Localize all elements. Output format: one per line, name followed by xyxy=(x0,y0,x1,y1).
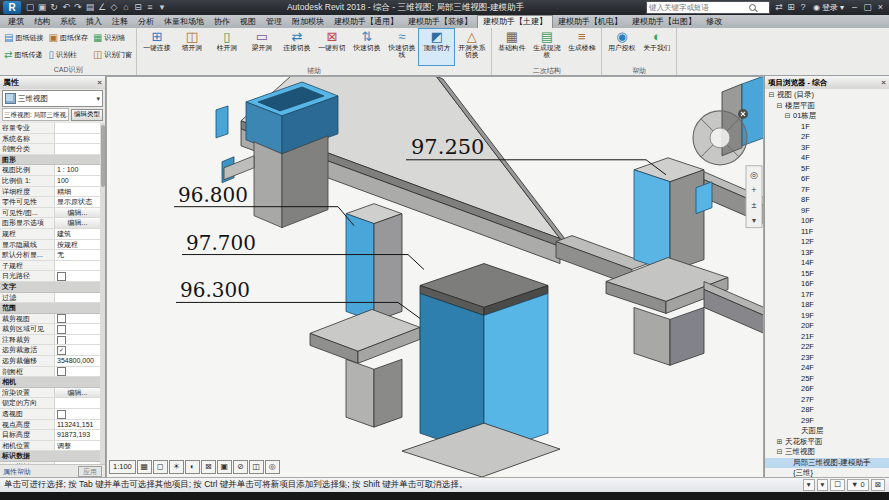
ribbon-tab[interactable]: 建模助手【土建】 xyxy=(477,15,553,28)
close-icon[interactable]: × xyxy=(881,78,886,87)
lock-3d-view-icon[interactable]: ⊘ xyxy=(233,460,248,474)
sun-path-icon[interactable]: ☀ xyxy=(169,460,184,474)
ribbon-tab[interactable]: 视图 xyxy=(235,15,261,28)
nav-more-icon[interactable]: ▾ xyxy=(752,216,756,225)
ribbon-button[interactable]: ≈快速切换线 xyxy=(384,29,419,65)
temporary-hide-isolate-icon[interactable]: ◫ xyxy=(249,460,264,474)
property-row[interactable]: 可见性/图...编辑... xyxy=(0,208,100,219)
editable-only-checkbox[interactable]: ☐ xyxy=(830,479,845,491)
checkbox[interactable] xyxy=(57,314,66,323)
ribbon-button[interactable]: ◫识别门窗 xyxy=(91,46,134,63)
ribbon-button[interactable]: ◐关于我们 xyxy=(639,29,674,65)
property-row[interactable]: 相机位置调整 xyxy=(0,441,100,452)
section-icon[interactable]: ⊟ xyxy=(132,0,144,15)
ribbon-button[interactable]: ◉用户授权 xyxy=(604,29,639,65)
tree-item[interactable]: 4F xyxy=(765,153,889,164)
property-value[interactable]: 建筑 xyxy=(54,229,100,239)
measure-icon[interactable]: ∠ xyxy=(96,0,108,15)
restore-icon[interactable]: ▢ xyxy=(861,0,874,15)
ribbon-button[interactable]: ▯识别柱 xyxy=(46,46,89,63)
property-value[interactable] xyxy=(54,367,100,377)
crop-view-icon[interactable]: ⊠ xyxy=(201,460,216,474)
tag-icon[interactable]: ◇ xyxy=(108,0,120,15)
shadows-icon[interactable]: ◐ xyxy=(185,460,200,474)
property-value[interactable]: ✓ xyxy=(54,345,100,355)
ribbon-button[interactable]: ▯柱开洞 xyxy=(209,29,244,65)
ribbon-tab[interactable]: 协作 xyxy=(209,15,235,28)
apply-button[interactable]: 应用 xyxy=(78,466,102,477)
tree-item[interactable]: 局部三维视图-建模助手 xyxy=(765,458,889,469)
property-row[interactable]: 目标高度91873,193 xyxy=(0,430,100,441)
print-icon[interactable]: ▤ xyxy=(84,0,96,15)
ribbon-button[interactable]: ⇄图纸传递 xyxy=(2,46,45,63)
viewport[interactable]: 97.250 96.800 97.700 96.300 xyxy=(106,76,764,478)
property-row[interactable]: 零件可见性显示原状态 xyxy=(0,197,100,208)
ribbon-button[interactable]: ≡生成楼梯 xyxy=(564,29,599,65)
undo-icon[interactable]: ↶ xyxy=(60,0,72,15)
visual-style-icon[interactable]: ◻ xyxy=(153,460,168,474)
tree-item[interactable]: ⊞天花板平面 xyxy=(765,437,889,448)
property-category[interactable]: 文字 xyxy=(0,282,100,293)
ribbon-tab[interactable]: 体量和场地 xyxy=(159,15,209,28)
property-row[interactable]: 远剪裁激活✓ xyxy=(0,345,100,356)
property-value[interactable]: 显示原状态 xyxy=(54,197,100,207)
select-toggle-icon[interactable]: ⊠ xyxy=(871,479,885,491)
ribbon-tab[interactable]: 注释 xyxy=(107,15,133,28)
property-value[interactable] xyxy=(54,398,100,408)
tree-item[interactable]: 12F xyxy=(765,237,889,248)
design-options-dropdown[interactable]: ▾ xyxy=(817,479,829,491)
tree-item[interactable]: 8F xyxy=(765,195,889,206)
help-icon[interactable]: ? xyxy=(797,0,809,15)
property-value[interactable] xyxy=(54,261,100,271)
property-row[interactable]: 子规程 xyxy=(0,261,100,272)
property-row[interactable]: 系统名称 xyxy=(0,134,100,145)
property-row[interactable]: 注释裁剪 xyxy=(0,335,100,346)
property-value[interactable]: 调整 xyxy=(54,441,100,451)
ribbon-button[interactable]: ▤图纸链接 xyxy=(2,29,45,46)
filter-icon[interactable]: ▼ 0 xyxy=(847,479,869,491)
tree-item[interactable]: 5F xyxy=(765,164,889,175)
column-center[interactable] xyxy=(402,264,560,477)
edit-type-button[interactable]: 编辑类型 xyxy=(71,109,103,121)
ribbon-tab[interactable]: 管理 xyxy=(261,15,287,28)
checkbox[interactable] xyxy=(57,410,66,419)
property-row[interactable]: 裁剪视图 xyxy=(0,314,100,325)
property-value[interactable]: 按规程 xyxy=(54,240,100,250)
save-icon[interactable]: ▣ xyxy=(36,0,48,15)
ribbon-tab[interactable]: 建模助手【通用】 xyxy=(329,15,403,28)
property-value[interactable] xyxy=(54,271,100,281)
zoom-icon[interactable]: ± xyxy=(752,200,757,210)
ribbon-button[interactable]: ▣图纸保存 xyxy=(46,29,89,46)
properties-scrollbar[interactable] xyxy=(100,123,105,464)
property-value[interactable] xyxy=(54,123,100,133)
property-row[interactable]: 显示隐藏线按规程 xyxy=(0,240,100,251)
property-value[interactable] xyxy=(54,335,100,345)
redo-icon[interactable]: ↷ xyxy=(72,0,84,15)
property-value[interactable]: 1 : 100 xyxy=(54,165,100,175)
ribbon-button[interactable]: ⊠一键剪切 xyxy=(314,29,349,65)
property-category[interactable]: 相机 xyxy=(0,377,100,388)
property-row[interactable]: 锁定的方向 xyxy=(0,398,100,409)
tree-item[interactable]: 7F xyxy=(765,185,889,196)
ribbon-tab[interactable]: 建筑 xyxy=(3,15,29,28)
property-value[interactable]: 精细 xyxy=(54,187,100,197)
property-row[interactable]: 默认分析显...无 xyxy=(0,250,100,261)
exchange-apps-icon[interactable]: ⇄ xyxy=(773,0,785,15)
property-value[interactable]: 354800,000 xyxy=(54,356,100,366)
ribbon-tab[interactable]: 修改 xyxy=(701,15,727,28)
tree-item[interactable]: 17F xyxy=(765,290,889,301)
close-icon[interactable]: × xyxy=(97,78,102,87)
tree-item[interactable]: 22F xyxy=(765,342,889,353)
search-icon[interactable] xyxy=(749,4,756,11)
properties-help-link[interactable]: 属性帮助 xyxy=(3,467,31,477)
tree-item[interactable]: 13F xyxy=(765,248,889,259)
thin-lines-icon[interactable]: ≡ xyxy=(144,0,156,15)
property-value[interactable] xyxy=(54,409,100,419)
ribbon-button[interactable]: ▤生成现浇板 xyxy=(529,29,564,65)
property-row[interactable]: 规程建筑 xyxy=(0,229,100,240)
tree-item[interactable]: 19F xyxy=(765,311,889,322)
checkbox[interactable]: ✓ xyxy=(57,346,66,355)
ribbon-tab[interactable]: 建模助手【装修】 xyxy=(403,15,477,28)
property-category[interactable]: 图形 xyxy=(0,155,100,166)
revit-logo-button[interactable]: R xyxy=(3,1,21,14)
